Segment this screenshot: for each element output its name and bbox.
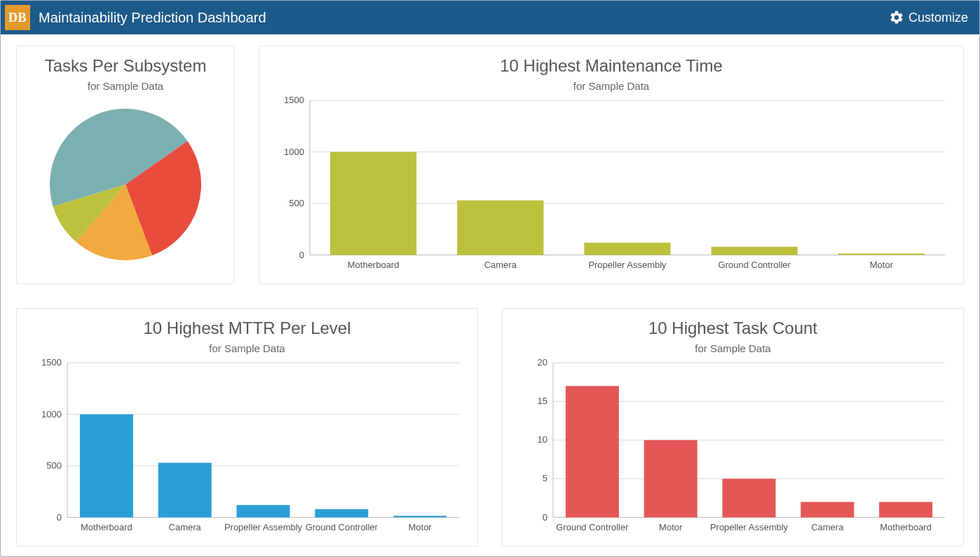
topbar: DB Maintainability Prediction Dashboard … <box>1 1 979 34</box>
chart-title: 10 Highest MTTR Per Level <box>28 318 466 338</box>
x-tick-label: Ground Controller <box>719 260 791 270</box>
card-highest-maintenance-time[interactable]: 10 Highest Maintenance Time for Sample D… <box>259 46 964 284</box>
bar-chart-mttr: 050010001500MotherboardCameraPropeller A… <box>28 357 466 539</box>
y-tick-label: 1500 <box>41 357 62 368</box>
customize-button[interactable]: Customize <box>889 10 968 25</box>
x-tick-label: Motherboard <box>880 522 932 532</box>
bar[interactable] <box>80 415 133 518</box>
bar[interactable] <box>393 516 447 517</box>
dashboard-content: Tasks Per Subsystem for Sample Data 10 H… <box>1 34 979 556</box>
bar-chart-maintenance-time: 050010001500MotherboardCameraPropeller A… <box>271 95 952 276</box>
bar[interactable] <box>158 463 212 518</box>
bar[interactable] <box>722 478 775 517</box>
x-tick-label: Motherboard <box>81 522 132 532</box>
bar[interactable] <box>236 505 290 518</box>
bar[interactable] <box>330 152 416 255</box>
x-tick-label: Camera <box>169 522 202 532</box>
x-tick-label: Ground Controller <box>306 522 379 532</box>
chart-subtitle: for Sample Data <box>28 80 223 92</box>
bar[interactable] <box>566 386 619 517</box>
y-tick-label: 500 <box>46 460 62 471</box>
y-tick-label: 5 <box>543 473 547 483</box>
bar[interactable] <box>712 247 798 255</box>
x-tick-label: Propeller Assembly <box>588 260 667 270</box>
chart-title: 10 Highest Maintenance Time <box>271 56 952 76</box>
y-tick-label: 1000 <box>41 409 62 420</box>
chart-subtitle: for Sample Data <box>28 342 466 354</box>
x-tick-label: Propeller Assembly <box>224 522 303 532</box>
y-tick-label: 1000 <box>284 147 304 157</box>
y-tick-label: 0 <box>543 511 547 522</box>
y-tick-label: 20 <box>538 357 547 368</box>
chart-subtitle: for Sample Data <box>514 342 952 354</box>
x-tick-label: Ground Controller <box>556 522 629 532</box>
page-title: Maintainability Prediction Dashboard <box>39 10 266 26</box>
pie-chart <box>48 107 203 262</box>
bar[interactable] <box>584 243 670 255</box>
y-tick-label: 0 <box>299 249 304 260</box>
x-tick-label: Motor <box>659 522 683 532</box>
chart-title: 10 Highest Task Count <box>514 318 952 338</box>
chart-title: Tasks Per Subsystem <box>28 56 223 76</box>
x-tick-label: Propeller Assembly <box>710 522 789 532</box>
bar[interactable] <box>644 440 697 517</box>
card-highest-task-count[interactable]: 10 Highest Task Count for Sample Data 05… <box>502 308 964 546</box>
card-highest-mttr[interactable]: 10 Highest MTTR Per Level for Sample Dat… <box>16 308 478 546</box>
gear-icon <box>889 10 904 25</box>
x-tick-label: Camera <box>811 522 844 532</box>
x-tick-label: Motherboard <box>348 260 400 270</box>
card-tasks-per-subsystem[interactable]: Tasks Per Subsystem for Sample Data <box>16 46 235 284</box>
bar[interactable] <box>838 253 925 255</box>
y-tick-label: 0 <box>57 511 62 522</box>
bar[interactable] <box>879 502 932 517</box>
y-tick-label: 1500 <box>284 95 304 105</box>
customize-label: Customize <box>908 11 968 25</box>
bar[interactable] <box>457 201 543 255</box>
bar[interactable] <box>801 502 854 517</box>
x-tick-label: Motor <box>408 522 432 532</box>
app-root: DB Maintainability Prediction Dashboard … <box>0 0 980 557</box>
bar-chart-task-count: 05101520Ground ControllerMotorPropeller … <box>514 357 952 539</box>
y-tick-label: 10 <box>538 434 547 445</box>
x-tick-label: Camera <box>484 260 517 270</box>
app-logo: DB <box>5 5 30 30</box>
y-tick-label: 500 <box>289 198 304 208</box>
y-tick-label: 15 <box>538 396 547 406</box>
x-tick-label: Motor <box>870 260 894 270</box>
chart-subtitle: for Sample Data <box>271 80 952 92</box>
bar[interactable] <box>315 509 368 518</box>
